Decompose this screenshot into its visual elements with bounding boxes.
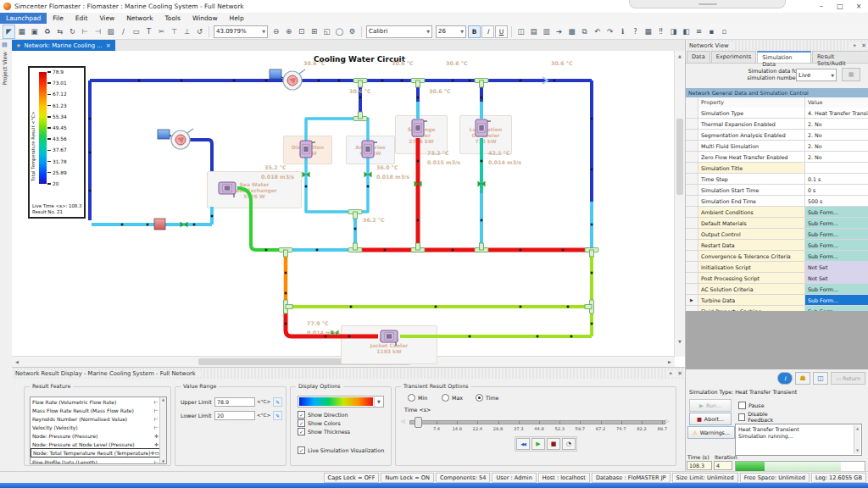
value-cell[interactable]: Sub Form... [805, 218, 868, 228]
slider-left-icon[interactable]: ◁ [401, 418, 405, 424]
maximize-button[interactable]: □ [831, 1, 849, 13]
close-button[interactable]: × [849, 1, 868, 13]
value-cell[interactable]: Sub Form... [805, 251, 868, 261]
simulation-number-combo[interactable]: Live▼ [796, 69, 837, 81]
time-slider-thumb[interactable] [415, 417, 422, 428]
value-cell[interactable]: 500 s [805, 196, 868, 206]
pin-icon[interactable]: ⌖ [666, 370, 675, 377]
property-row[interactable]: ▶ Turbine Data Sub Form... [686, 295, 868, 306]
scrollbar-thumb[interactable] [676, 119, 683, 195]
abort-button[interactable]: ■Abort... [689, 413, 732, 425]
network-view-tab[interactable]: Simulation Data [757, 51, 811, 63]
property-cell[interactable]: AC Solution Criteria [698, 284, 805, 294]
font-name-combo[interactable]: Calibri▼ [366, 25, 432, 38]
stop-button[interactable]: ■ [547, 438, 560, 450]
display-option-checkbox[interactable]: ✓Show Thickness [298, 428, 350, 435]
property-row[interactable]: Simulation Type 4. Heat Transfer Transie… [686, 108, 868, 119]
upper-limit-field[interactable]: 78.9 [214, 397, 255, 407]
run-button[interactable]: ▶Run... [689, 399, 732, 412]
network-view-tab[interactable]: Data [687, 51, 710, 63]
display-option-checkbox[interactable]: ✓Show Colors [298, 419, 341, 427]
value-cell[interactable]: Sub Form... [805, 284, 868, 294]
result-feature-list[interactable]: Flow Rate (Volumetric Flow Rate) ⊢ Mass … [30, 396, 167, 464]
scroll-left-icon[interactable]: ◀ [12, 357, 22, 367]
property-cell[interactable]: Segmentation Analysis Enabled [698, 130, 805, 140]
italic-button[interactable]: I [481, 25, 494, 38]
menu-item[interactable]: Window [186, 13, 224, 24]
network-view-tab[interactable]: Result Sets/Audit [812, 51, 868, 63]
property-cell[interactable]: Zero Flow Heat Transfer Enabled [698, 152, 805, 162]
network-canvas[interactable]: Cooling Water Circuit Dissipation44 kW A… [12, 51, 685, 367]
feedback-scrollbar[interactable]: ▲▼ [854, 425, 860, 454]
value-cell[interactable]: 2. No [805, 152, 868, 162]
font-size-combo[interactable]: 26▼ [436, 25, 466, 38]
property-cell[interactable]: Ambient Conditions [698, 207, 805, 217]
scroll-up-icon[interactable]: ▲ [675, 51, 685, 61]
bold-button[interactable]: B [468, 25, 481, 38]
menu-item[interactable]: View [93, 13, 120, 24]
save-results-button[interactable]: ◫ [813, 372, 828, 385]
transient-radio[interactable]: Min [408, 394, 427, 402]
property-cell[interactable]: Output Control [698, 229, 805, 239]
live-simulation-checkbox[interactable]: ✓ Live Simulation Visualization [298, 446, 384, 454]
canvas-vertical-scrollbar[interactable]: ▲ ▼ [674, 51, 685, 357]
edit-unit-icon[interactable]: ✎ [273, 397, 282, 407]
pause-checkbox[interactable]: Pause [738, 402, 765, 409]
result-feature-item[interactable]: Flow Rate (Volumetric Flow Rate) ⊢ [31, 397, 166, 406]
play-button[interactable]: ▶ [531, 438, 545, 450]
transient-radio[interactable]: Max [442, 394, 463, 402]
time-slider-track[interactable] [409, 420, 665, 424]
property-cell[interactable]: Initialisation Script [698, 262, 805, 272]
property-cell[interactable]: Turbine Data [698, 295, 805, 305]
result-feature-item[interactable]: Node: Pressure at Node Level (Pressure) … [31, 440, 166, 448]
property-row[interactable]: Default Materials Sub Form... [686, 218, 868, 229]
value-cell[interactable]: Sub Form... [805, 207, 868, 217]
menu-item[interactable]: Help [224, 13, 250, 24]
property-cell[interactable]: Simulation Start Time [698, 185, 805, 195]
value-cell[interactable]: Not Set [805, 273, 868, 283]
property-cell[interactable]: Simulation Type [698, 108, 805, 118]
value-cell[interactable]: Not Set [805, 262, 868, 272]
network-view-tab[interactable]: Experiments [711, 51, 757, 63]
pipe-network-diagram[interactable] [12, 51, 675, 357]
refresh-results-button[interactable]: ▦ [842, 68, 860, 81]
value-cell[interactable]: 2. No [805, 141, 868, 151]
property-cell[interactable]: Convergence & Tolerance Criteria [698, 251, 805, 261]
slider-right-icon[interactable]: ▷ [665, 418, 670, 424]
panel-close-icon[interactable]: ✕ [859, 42, 868, 49]
property-cell[interactable]: Post Processing Script [698, 273, 805, 283]
disable-feedback-checkbox[interactable]: Disable Feedback [738, 411, 789, 423]
iteration-value-field[interactable]: 4 [714, 461, 732, 470]
property-row[interactable]: Convergence & Tolerance Criteria Sub For… [686, 251, 868, 262]
property-cell[interactable]: Simulation Title [698, 163, 805, 173]
property-cell[interactable]: Time Step [698, 174, 805, 184]
edit-unit-icon[interactable]: ✎ [273, 411, 282, 420]
property-cell[interactable]: Thermal Expansion Enabled [698, 119, 805, 129]
property-row[interactable]: Segmentation Analysis Enabled 2. No [686, 130, 868, 141]
result-feature-item[interactable]: Node: Total Temperature Result (Temperat… [31, 448, 166, 458]
pin-icon[interactable]: ⌖ [850, 42, 859, 49]
property-row[interactable]: Output Control Sub Form... [686, 229, 868, 240]
value-cell[interactable]: 0.1 s [805, 174, 868, 184]
property-row[interactable]: Simulation Start Time 0 s [686, 185, 868, 196]
simulation-feedback-box[interactable]: Heat Transfer Transient Simulation runni… [735, 424, 862, 456]
menu-item[interactable]: Launchpad [0, 13, 47, 24]
time-value-field[interactable]: 108.3 [687, 461, 712, 470]
feedback-icon-button[interactable]: ☗ [795, 372, 810, 385]
color-scheme-dropdown[interactable]: ▼ [298, 396, 384, 408]
value-cell[interactable] [805, 163, 868, 173]
property-row[interactable]: Thermal Expansion Enabled 2. No [686, 119, 868, 130]
property-cell[interactable]: Multi Fluid Simulation [698, 141, 805, 151]
value-cell[interactable]: 0 s [805, 185, 868, 195]
property-cell[interactable]: Simulation End Time [698, 196, 805, 206]
result-feature-item[interactable]: Velocity (Velocity) ⊢ [31, 423, 166, 431]
property-row[interactable]: Simulation End Time 500 s [686, 196, 868, 207]
value-cell[interactable]: Sub Form... [805, 240, 868, 250]
rewind-button[interactable]: ◀◀ [516, 438, 530, 450]
display-option-checkbox[interactable]: ✓Show Direction [298, 411, 348, 419]
property-row[interactable]: Initialisation Script Not Set [686, 262, 868, 273]
warnings-button[interactable]: ⚠Warnings... [687, 426, 735, 439]
menu-item[interactable]: File [47, 13, 70, 24]
clock-button[interactable]: ◔ [562, 438, 576, 450]
result-feature-item[interactable]: Reynolds Number (Normalised Value) ⊢ [31, 414, 166, 423]
